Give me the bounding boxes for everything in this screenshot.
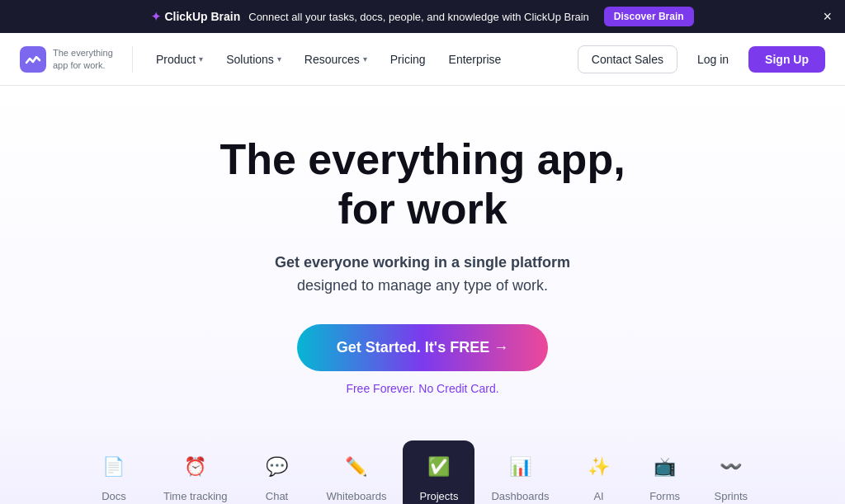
brain-logo: ✦ ClickUp Brain — [151, 10, 240, 23]
free-label: Free Forever. No Credit Card. — [346, 382, 498, 395]
feature-chat[interactable]: 💬 Chat — [244, 440, 310, 504]
navbar: The everything app for work. Product ▾ S… — [0, 33, 845, 86]
cta-button[interactable]: Get Started. It's FREE → — [297, 324, 548, 371]
nav-solutions[interactable]: Solutions ▾ — [216, 46, 291, 73]
feature-docs[interactable]: 📄 Docs — [81, 440, 147, 504]
logo: The everything app for work. — [20, 46, 133, 73]
chevron-down-icon: ▾ — [199, 54, 203, 64]
top-banner: ✦ ClickUp Brain Connect all your tasks, … — [0, 0, 845, 33]
feature-projects[interactable]: ✅ Projects — [403, 440, 474, 504]
feature-time-tracking[interactable]: ⏰ Time tracking — [147, 440, 244, 504]
ai-icon: ✨ — [583, 450, 616, 483]
features-strip: 📄 Docs ⏰ Time tracking 💬 Chat ✏️ Whitebo… — [0, 421, 845, 504]
star-icon: ✦ — [151, 10, 161, 23]
hero-headline: The everything app, for work — [17, 135, 828, 234]
docs-icon: 📄 — [97, 450, 130, 483]
clickup-logo-icon — [20, 46, 46, 73]
feature-whiteboards[interactable]: ✏️ Whiteboards — [310, 440, 404, 504]
brain-name: ClickUp Brain — [164, 10, 240, 23]
hero-subtext: Get everyone working in a single platfor… — [17, 251, 828, 299]
close-banner-button[interactable]: × — [823, 9, 832, 24]
nav-product[interactable]: Product ▾ — [146, 46, 213, 73]
banner-message: Connect all your tasks, docs, people, an… — [248, 11, 589, 23]
nav-pricing[interactable]: Pricing — [380, 46, 436, 73]
chevron-down-icon: ▾ — [277, 54, 281, 64]
forms-icon: 📺 — [649, 450, 682, 483]
dashboards-icon: 📊 — [504, 450, 537, 483]
feature-forms[interactable]: 📺 Forms — [632, 440, 698, 504]
svg-rect-0 — [20, 46, 46, 73]
login-button[interactable]: Log in — [684, 46, 742, 73]
feature-sprints[interactable]: 〰️ Sprints — [698, 440, 764, 504]
hero-section: The everything app, for work Get everyon… — [0, 86, 845, 421]
discover-brain-button[interactable]: Discover Brain — [604, 7, 694, 26]
feature-dashboards[interactable]: 📊 Dashboards — [474, 440, 565, 504]
nav-resources[interactable]: Resources ▾ — [295, 46, 377, 73]
sprints-icon: 〰️ — [715, 450, 748, 483]
nav-right: Contact Sales Log in Sign Up — [578, 45, 825, 73]
nav-links: Product ▾ Solutions ▾ Resources ▾ Pricin… — [146, 46, 571, 73]
logo-tagline: The everything app for work. — [53, 47, 119, 71]
signup-button[interactable]: Sign Up — [748, 46, 825, 73]
time-tracking-icon: ⏰ — [179, 450, 212, 483]
contact-sales-button[interactable]: Contact Sales — [578, 45, 677, 73]
feature-ai[interactable]: ✨ AI — [566, 440, 632, 504]
projects-icon: ✅ — [422, 450, 456, 483]
nav-enterprise[interactable]: Enterprise — [439, 46, 512, 73]
chevron-down-icon: ▾ — [363, 54, 367, 64]
chat-icon: 💬 — [261, 450, 294, 483]
whiteboards-icon: ✏️ — [340, 450, 373, 483]
